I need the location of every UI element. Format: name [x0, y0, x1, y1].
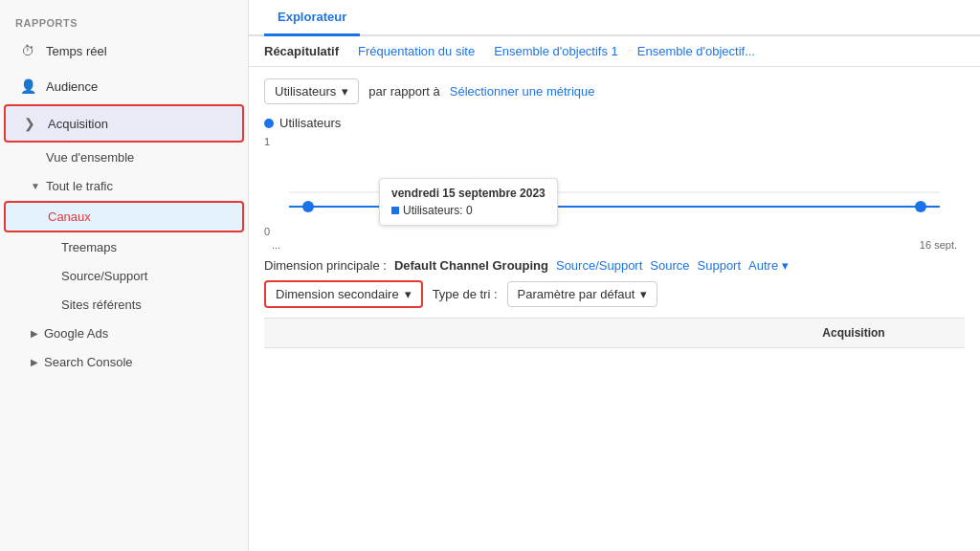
tooltip-square: [391, 207, 399, 214]
tooltip-value: Utilisateurs: 0: [391, 204, 546, 217]
par-rapport-label: par rapport à: [368, 84, 439, 99]
sort-chevron-icon: ▾: [640, 287, 647, 301]
svg-point-3: [915, 201, 926, 212]
sidebar-treemaps-label: Treemaps: [61, 240, 117, 254]
sort-type-label: Type de tri :: [433, 287, 498, 301]
sidebar-item-google-ads[interactable]: ▶ Google Ads: [4, 320, 244, 347]
sidebar-source-support-label: Source/Support: [61, 269, 147, 283]
sidebar-google-ads-label: Google Ads: [44, 326, 108, 341]
person-icon: 👤: [19, 77, 36, 95]
sort-dropdown[interactable]: Paramètre par défaut ▾: [507, 281, 658, 307]
dimension-link-source[interactable]: Source: [650, 258, 689, 273]
chart-container: Utilisateurs 1 vendredi 15 septembre: [264, 116, 965, 251]
chart-x-labels: ... 16 sept.: [264, 239, 965, 251]
sidebar-item-treemaps[interactable]: Treemaps: [4, 233, 244, 261]
sidebar-item-audience[interactable]: 👤 Audience: [4, 69, 244, 103]
content-area: Utilisateurs ▾ par rapport à Sélectionne…: [249, 67, 980, 551]
metric-row: Utilisateurs ▾ par rapport à Sélectionne…: [264, 78, 965, 104]
metric-dropdown-label: Utilisateurs: [275, 84, 336, 99]
sidebar-item-audience-label: Audience: [46, 79, 98, 94]
sub-nav-objectifs-1[interactable]: Ensemble d'objectifs 1: [494, 44, 618, 58]
dimension-bar: Dimension principale : Default Channel G…: [264, 258, 965, 273]
sidebar-canaux-label: Canaux: [48, 209, 91, 224]
secondary-dim-button[interactable]: Dimension secondaire ▾: [264, 280, 423, 308]
tabs-bar: Explorateur: [249, 0, 980, 36]
sidebar-item-source-support[interactable]: Source/Support: [4, 262, 244, 290]
chart-legend-label: Utilisateurs: [279, 116, 341, 130]
svg-point-2: [302, 201, 314, 212]
legend-dot: [264, 119, 274, 128]
secondary-dim-label: Dimension secondaire: [276, 287, 399, 301]
arrow-right-icon: ▶: [31, 328, 38, 339]
sort-dropdown-label: Paramètre par défaut: [518, 287, 635, 301]
main-content: Explorateur Récapitulatif Fréquentation …: [249, 0, 980, 551]
sidebar-item-temps-reel-label: Temps réel: [46, 44, 107, 58]
dimension-label: Dimension principale :: [264, 258, 387, 273]
sidebar-search-console-label: Search Console: [44, 355, 133, 369]
sidebar-section-label: RAPPORTS: [0, 10, 248, 33]
sidebar-item-acquisition-label: Acquisition: [48, 117, 108, 131]
sub-nav: Récapitulatif Fréquentation du site Ense…: [249, 36, 980, 67]
secondary-dim-row: Dimension secondaire ▾ Type de tri : Par…: [264, 280, 965, 308]
chart-svg-area: vendredi 15 septembre 2023 Utilisateurs:…: [264, 149, 965, 235]
sub-nav-recapitulatif[interactable]: Récapitulatif: [264, 44, 339, 58]
sub-nav-objectifs-2[interactable]: Ensemble d'objectif...: [637, 44, 755, 58]
dimension-link-source-support[interactable]: Source/Support: [556, 258, 642, 273]
chart-legend: Utilisateurs: [264, 116, 965, 130]
secondary-dim-chevron: ▾: [405, 287, 412, 301]
sidebar-item-acquisition[interactable]: ❯ Acquisition: [4, 104, 244, 143]
select-metric-link[interactable]: Sélectionner une métrique: [450, 84, 595, 99]
chart-tooltip: vendredi 15 septembre 2023 Utilisateurs:…: [379, 178, 558, 226]
metric-dropdown[interactable]: Utilisateurs ▾: [264, 78, 359, 104]
sidebar-item-canaux[interactable]: Canaux: [4, 201, 244, 232]
table-section: Acquisition: [264, 318, 965, 348]
tooltip-date: vendredi 15 septembre 2023: [391, 187, 546, 200]
sidebar: RAPPORTS ⏱ Temps réel 👤 Audience ❯ Acqui…: [0, 0, 249, 551]
sidebar-item-tout-le-trafic[interactable]: ▼ Tout le trafic: [4, 172, 244, 200]
dimension-link-autre[interactable]: Autre ▾: [748, 258, 789, 273]
chevron-down-icon: ▾: [342, 84, 348, 99]
dimension-value: Default Channel Grouping: [394, 258, 548, 273]
sub-nav-frequentation[interactable]: Fréquentation du site: [358, 44, 475, 58]
sidebar-item-vue-ensemble[interactable]: Vue d'ensemble: [4, 143, 244, 171]
sidebar-item-sites-referents[interactable]: Sites référents: [4, 291, 244, 319]
acquisition-icon: ❯: [21, 115, 38, 132]
tooltip-value-label: Utilisateurs: 0: [403, 204, 473, 217]
tab-explorateur[interactable]: Explorateur: [264, 0, 360, 36]
chart-svg: [264, 149, 965, 235]
sidebar-sites-referents-label: Sites référents: [61, 298, 142, 312]
x-label-end: 16 sept.: [920, 239, 957, 251]
clock-icon: ⏱: [19, 42, 36, 59]
dimension-link-support[interactable]: Support: [698, 258, 742, 273]
x-label-start: ...: [272, 239, 280, 251]
sidebar-vue-ensemble-label: Vue d'ensemble: [46, 150, 134, 165]
table-col-acquisition: Acquisition: [758, 326, 949, 340]
sidebar-item-temps-reel[interactable]: ⏱ Temps réel: [4, 33, 244, 68]
sidebar-tout-le-trafic-label: Tout le trafic: [46, 179, 113, 193]
sidebar-item-search-console[interactable]: ▶ Search Console: [4, 348, 244, 376]
arrow-down-icon: ▼: [31, 181, 40, 191]
table-col-main: [279, 326, 758, 340]
arrow-right-icon-2: ▶: [31, 357, 38, 367]
table-header-row: Acquisition: [264, 319, 965, 348]
chart-y-label: 1: [264, 136, 965, 147]
